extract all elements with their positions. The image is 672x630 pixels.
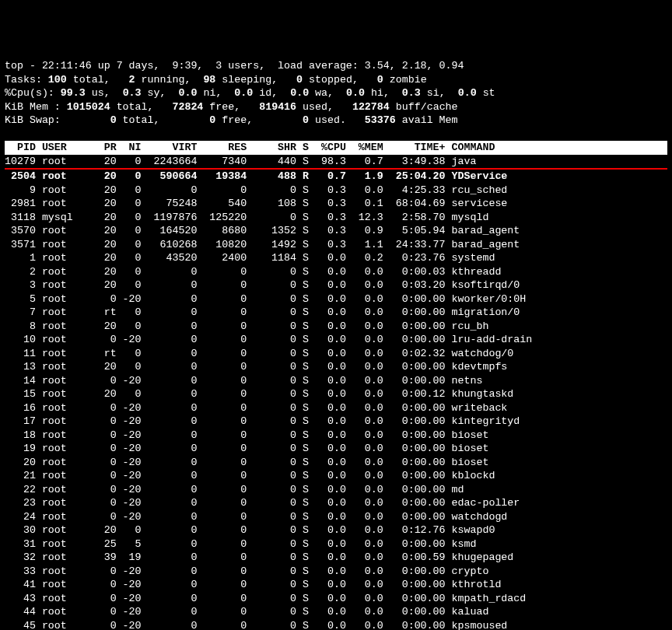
process-row: 2 root 20 0 0 0 0 S 0.0 0.0 0:00.03 kthr… [5,265,667,279]
process-row: 19 root 0 -20 0 0 0 S 0.0 0.0 0:00.00 bi… [5,442,667,456]
summary-line-cpu: %Cpu(s): 99.3 us, 0.3 sy, 0.0 ni, 0.0 id… [5,86,667,100]
summary-line-tasks: Tasks: 100 total, 2 running, 98 sleeping… [5,73,667,87]
process-row: 7 root rt 0 0 0 0 S 0.0 0.0 0:00.00 migr… [5,306,667,320]
process-row: 16 root 0 -20 0 0 0 S 0.0 0.0 0:00.00 wr… [5,401,667,415]
column-header-row: PID USER PR NI VIRT RES SHR S %CPU %MEM … [5,141,667,155]
process-row: 33 root 0 -20 0 0 0 S 0.0 0.0 0:00.00 cr… [5,565,667,579]
process-row: 43 root 0 -20 0 0 0 S 0.0 0.0 0:00.00 km… [5,592,667,606]
summary-line-uptime: top - 22:11:46 up 7 days, 9:39, 3 users,… [5,59,667,73]
process-row: 32 root 39 19 0 0 0 S 0.0 0.0 0:00.59 kh… [5,551,667,565]
process-row: 11 root rt 0 0 0 0 S 0.0 0.0 0:02.32 wat… [5,347,667,361]
process-row: 9 root 20 0 0 0 0 S 0.3 0.0 4:25.33 rcu_… [5,184,667,198]
process-row: 15 root 20 0 0 0 0 S 0.0 0.0 0:00.12 khu… [5,387,667,401]
process-row: 5 root 0 -20 0 0 0 S 0.0 0.0 0:00.00 kwo… [5,292,667,306]
process-row: 2504 root 20 0 590664 19384 488 R 0.7 1.… [5,170,667,184]
process-row: 30 root 20 0 0 0 0 S 0.0 0.0 0:12.76 ksw… [5,523,667,537]
process-row: 8 root 20 0 0 0 0 S 0.0 0.0 0:00.00 rcu_… [5,320,667,334]
process-row: 41 root 0 -20 0 0 0 S 0.0 0.0 0:00.00 kt… [5,578,667,592]
process-row: 18 root 0 -20 0 0 0 S 0.0 0.0 0:00.00 bi… [5,429,667,443]
summary-line-mem: KiB Mem : 1015024 total, 72824 free, 819… [5,100,667,114]
process-row: 17 root 0 -20 0 0 0 S 0.0 0.0 0:00.00 ki… [5,415,667,429]
process-row: 23 root 0 -20 0 0 0 S 0.0 0.0 0:00.00 ed… [5,496,667,510]
process-row: 2981 root 20 0 75248 540 108 S 0.3 0.1 6… [5,197,667,211]
process-row: 45 root 0 -20 0 0 0 S 0.0 0.0 0:00.00 kp… [5,619,667,631]
process-row: 3118 mysql 20 0 1197876 125220 0 S 0.3 1… [5,211,667,225]
process-row: 1 root 20 0 43520 2400 1184 S 0.0 0.2 0:… [5,251,667,265]
summary-line-swap: KiB Swap: 0 total, 0 free, 0 used. 53376… [5,114,667,128]
process-row: 10279 root 20 0 2243664 7340 440 S 98.3 … [5,155,667,169]
process-row: 13 root 20 0 0 0 0 S 0.0 0.0 0:00.00 kde… [5,360,667,374]
process-row: 24 root 0 -20 0 0 0 S 0.0 0.0 0:00.00 wa… [5,510,667,524]
process-row: 3 root 20 0 0 0 0 S 0.0 0.0 0:03.20 ksof… [5,278,667,292]
process-row: 10 root 0 -20 0 0 0 S 0.0 0.0 0:00.00 lr… [5,333,667,347]
process-row: 3571 root 20 0 610268 10820 1492 S 0.3 1… [5,238,667,252]
process-row: 31 root 25 5 0 0 0 S 0.0 0.0 0:00.00 ksm… [5,537,667,551]
top-output: top - 22:11:46 up 7 days, 9:39, 3 users,… [5,59,667,630]
process-row: 20 root 0 -20 0 0 0 S 0.0 0.0 0:00.00 bi… [5,456,667,470]
blank-line [5,128,667,142]
process-row: 21 root 0 -20 0 0 0 S 0.0 0.0 0:00.00 kb… [5,469,667,483]
process-row: 22 root 0 -20 0 0 0 S 0.0 0.0 0:00.00 md [5,483,667,497]
process-row: 44 root 0 -20 0 0 0 S 0.0 0.0 0:00.00 ka… [5,605,667,619]
process-row: 14 root 0 -20 0 0 0 S 0.0 0.0 0:00.00 ne… [5,374,667,388]
process-row: 3570 root 20 0 164520 8680 1352 S 0.3 0.… [5,224,667,238]
